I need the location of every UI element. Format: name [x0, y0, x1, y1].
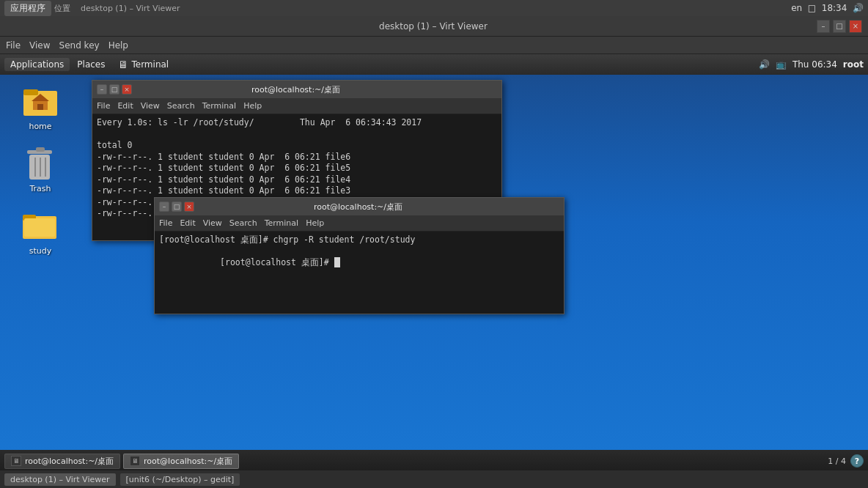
- term1-menu-search[interactable]: Search: [167, 101, 195, 111]
- study-icon-label: study: [29, 246, 52, 256]
- term1-file5: -rw-r--r--. 1 student student 0 Apr 6 06…: [97, 163, 497, 174]
- term1-maximize-button[interactable]: □: [109, 84, 119, 95]
- virt-titlebar: desktop (1) – Virt Viewer – □ ×: [0, 16, 868, 37]
- term1-menu-view[interactable]: View: [141, 101, 160, 111]
- host-topbar: 应用程序 位置 desktop (1) – Virt Viewer en □ 1…: [0, 0, 868, 16]
- term1-win-btns: – □ ×: [97, 84, 132, 95]
- term1-file3: -rw-r--r--. 1 student student 0 Apr 6 06…: [97, 185, 497, 197]
- gnome-places-menu[interactable]: Places: [71, 58, 111, 71]
- trash-icon-label: Trash: [29, 184, 51, 193]
- term1-titlebar: – □ × root@localhost:~/桌面: [92, 81, 501, 98]
- term1-close-button[interactable]: ×: [122, 84, 132, 95]
- taskbar-item2-icon: 🖥: [130, 456, 140, 466]
- taskbar-pager: 1 / 4: [828, 456, 846, 466]
- host-time: 18:34: [822, 3, 847, 13]
- term2-win-btns: – □ ×: [159, 202, 194, 212]
- term2-menu-terminal[interactable]: Terminal: [265, 218, 299, 228]
- term1-file4: -rw-r--r--. 1 student student 0 Apr 6 06…: [97, 174, 497, 186]
- taskbar-item-1[interactable]: 🖥 root@localhost:~/桌面: [4, 454, 120, 469]
- virt-menu-view[interactable]: View: [29, 40, 50, 51]
- taskbar-item2-label: root@localhost:~/桌面: [144, 456, 232, 467]
- term2-menu-view[interactable]: View: [203, 218, 222, 228]
- taskbar-item-2[interactable]: 🖥 root@localhost:~/桌面: [123, 454, 239, 469]
- virt-window-title: desktop (1) – Virt Viewer: [50, 21, 817, 32]
- term1-watch-cmd: Every 1.0s: ls -lr /root/study/ Thu Apr …: [97, 117, 497, 129]
- svg-rect-6: [36, 147, 45, 152]
- term1-menu-help[interactable]: Help: [243, 101, 262, 111]
- desktop-icon-home[interactable]: home: [15, 84, 66, 131]
- term1-minimize-button[interactable]: –: [97, 84, 107, 95]
- svg-rect-3: [37, 104, 43, 110]
- virt-viewer-window: desktop (1) – Virt Viewer – □ × File Vie…: [0, 16, 868, 488]
- host-bottombar: desktop (1) – Virt Viewer [unit6 (~/Desk…: [0, 470, 868, 488]
- term1-menubar: File Edit View Search Terminal Help: [92, 98, 501, 114]
- cursor: [334, 257, 340, 267]
- gnome-monitor-icon: 📺: [776, 59, 787, 70]
- term2-menu-help[interactable]: Help: [306, 218, 324, 228]
- study-folder-icon: [23, 208, 58, 243]
- taskbar-item1-label: root@localhost:~/桌面: [25, 456, 114, 467]
- virt-menu-help[interactable]: Help: [108, 40, 128, 51]
- gnome-user-indicator[interactable]: root: [843, 59, 864, 70]
- host-window-label[interactable]: desktop (1) – Virt Viewer: [81, 4, 180, 13]
- term2-menu-search[interactable]: Search: [229, 218, 257, 228]
- desktop-icon-trash[interactable]: Trash: [15, 146, 66, 193]
- gnome-panel: Applications Places 🖥 Terminal 🔊 📺 Thu 0…: [0, 54, 868, 75]
- virt-minimize-button[interactable]: –: [817, 20, 830, 33]
- gnome-terminal-label: Terminal: [131, 59, 169, 70]
- gnome-desktop: Applications Places 🖥 Terminal 🔊 📺 Thu 0…: [0, 54, 868, 472]
- taskbar-help-button[interactable]: ?: [850, 454, 864, 467]
- desktop-icon-study[interactable]: study: [15, 208, 66, 256]
- term2-titlebar: – □ × root@localhost:~/桌面: [155, 198, 564, 215]
- virt-maximize-button[interactable]: □: [833, 20, 846, 33]
- gnome-terminal-launcher[interactable]: 🖥 Terminal: [112, 57, 174, 72]
- term1-total: total 0: [97, 140, 497, 152]
- host-places-label[interactable]: 位置: [54, 3, 70, 14]
- term2-close-button[interactable]: ×: [184, 202, 194, 212]
- term1-menu-terminal[interactable]: Terminal: [202, 101, 237, 111]
- virt-win-controls: – □ ×: [817, 20, 862, 33]
- term1-file6: -rw-r--r--. 1 student student 0 Apr 6 06…: [97, 152, 497, 163]
- host-app-label[interactable]: 应用程序: [4, 1, 51, 16]
- svg-rect-1: [23, 89, 38, 95]
- term1-menu-file[interactable]: File: [97, 101, 110, 111]
- term2-menu-edit[interactable]: Edit: [180, 218, 195, 228]
- host-topbar-left: 应用程序 位置 desktop (1) – Virt Viewer: [4, 1, 180, 16]
- term2-chgrp-cmd: [root@localhost 桌面]# chgrp -R student /r…: [159, 234, 559, 246]
- gnome-applications-menu[interactable]: Applications: [4, 58, 70, 71]
- term2-menu-file[interactable]: File: [159, 218, 172, 228]
- term1-menu-edit[interactable]: Edit: [117, 101, 133, 111]
- svg-rect-13: [24, 218, 55, 237]
- host-topbar-right: en □ 18:34 🔊: [791, 3, 864, 13]
- term2-menubar: File Edit View Search Terminal Help: [155, 215, 564, 232]
- gnome-sound-icon[interactable]: 🔊: [759, 59, 770, 70]
- gnome-taskbar: 🖥 root@localhost:~/桌面 🖥 root@localhost:~…: [0, 450, 868, 472]
- host-bottom-virt-viewer[interactable]: desktop (1) – Virt Viewer: [4, 473, 116, 486]
- virt-menu-sendkey[interactable]: Send key: [59, 40, 100, 51]
- home-icon-label: home: [29, 122, 51, 131]
- terminal-window-2: – □ × root@localhost:~/桌面 File Edit View…: [154, 197, 564, 314]
- gnome-panel-right: 🔊 📺 Thu 06:34 root: [759, 59, 864, 70]
- taskbar-right: 1 / 4 ?: [828, 454, 864, 467]
- taskbar-items: 🖥 root@localhost:~/桌面 🖥 root@localhost:~…: [4, 454, 239, 469]
- virt-close-button[interactable]: ×: [849, 20, 862, 33]
- term2-body[interactable]: [root@localhost 桌面]# chgrp -R student /r…: [155, 232, 564, 314]
- host-locale: en: [791, 3, 802, 13]
- home-icon: [23, 84, 58, 119]
- term2-minimize-button[interactable]: –: [159, 202, 169, 212]
- virt-menubar: File View Send key Help: [0, 37, 868, 54]
- term1-title: root@localhost:~/桌面: [132, 84, 460, 95]
- term2-maximize-button[interactable]: □: [172, 202, 182, 212]
- trash-icon: [23, 146, 58, 181]
- term2-title: root@localhost:~/桌面: [194, 202, 522, 212]
- gnome-panel-left: Applications Places 🖥 Terminal: [4, 57, 174, 72]
- gnome-time: Thu 06:34: [792, 59, 837, 70]
- virt-menu-file[interactable]: File: [6, 40, 21, 51]
- term2-prompt: [root@localhost 桌面]#: [159, 246, 559, 281]
- term1-blank: [97, 129, 497, 141]
- host-bottom-gedit[interactable]: [unit6 (~/Desktop) – gedit]: [120, 473, 240, 486]
- taskbar-item1-icon: 🖥: [11, 456, 21, 466]
- vm-content: Applications Places 🖥 Terminal 🔊 📺 Thu 0…: [0, 54, 868, 472]
- desktop-icons: home Trash: [15, 84, 66, 256]
